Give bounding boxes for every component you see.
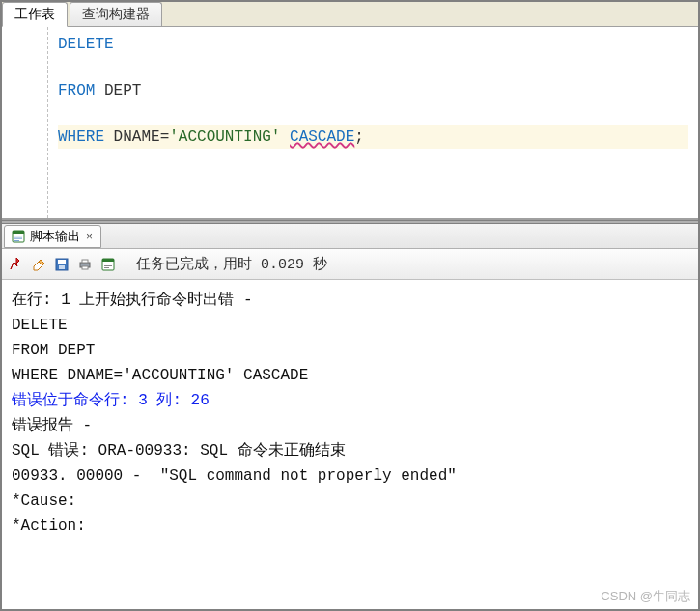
output-line: 错误位于命令行: 3 列: 26 [12, 388, 688, 413]
editor-content[interactable]: DELETE FROM DEPT WHERE DNAME='ACCOUNTING… [48, 27, 698, 218]
output-toolbar: 任务已完成，用时 0.029 秒 [2, 249, 698, 280]
output-line: FROM DEPT [12, 338, 688, 363]
output-line: *Action: [12, 514, 688, 539]
output-line: *Cause: [12, 488, 688, 514]
output-line: SQL 错误: ORA-00933: SQL 命令未正确结束 [12, 438, 688, 463]
svg-rect-14 [104, 265, 112, 266]
code-line: FROM DEPT [58, 79, 688, 102]
svg-rect-2 [14, 236, 22, 236]
output-tab-label: 脚本输出 [30, 228, 80, 245]
output-line: DELETE [12, 313, 688, 338]
editor-tabs: 工作表 查询构建器 [2, 2, 698, 27]
watermark: CSDN @牛同志 [601, 588, 690, 605]
task-status: 任务已完成，用时 0.029 秒 [136, 255, 327, 273]
output-line: 00933. 00000 - "SQL command not properly… [12, 463, 688, 488]
close-icon[interactable]: × [84, 230, 95, 243]
code-line: DELETE [58, 33, 688, 56]
script-output[interactable]: 在行: 1 上开始执行命令时出错 -DELETEFROM DEPTWHERE D… [2, 280, 698, 546]
output-tab[interactable]: 脚本输出 × [4, 225, 101, 248]
svg-rect-3 [14, 237, 22, 238]
editor-gutter [2, 27, 48, 218]
svg-rect-13 [104, 264, 112, 264]
eraser-icon[interactable] [31, 257, 46, 272]
code-line: WHERE DNAME='ACCOUNTING' CASCADE; [58, 125, 688, 149]
output-tabbar: 脚本输出 × [2, 224, 698, 249]
svg-rect-12 [102, 259, 114, 262]
output-line: 在行: 1 上开始执行命令时出错 - [12, 288, 688, 313]
svg-rect-7 [59, 265, 65, 269]
svg-rect-9 [82, 260, 88, 263]
output-line: 错误报告 - [12, 413, 688, 438]
print-icon[interactable] [77, 257, 93, 272]
save-icon[interactable] [54, 257, 70, 272]
svg-rect-1 [13, 231, 24, 234]
svg-rect-6 [58, 260, 66, 264]
sql-editor[interactable]: DELETE FROM DEPT WHERE DNAME='ACCOUNTING… [2, 27, 698, 220]
tab-worksheet[interactable]: 工作表 [2, 2, 68, 27]
sql-text-icon[interactable] [100, 257, 116, 272]
svg-rect-10 [82, 266, 88, 269]
svg-rect-4 [14, 240, 19, 241]
pin-icon[interactable] [8, 257, 23, 272]
toolbar-separator [126, 254, 126, 275]
tab-query-builder[interactable]: 查询构建器 [70, 2, 162, 26]
output-line: WHERE DNAME='ACCOUNTING' CASCADE [12, 363, 688, 388]
script-output-icon [11, 229, 26, 244]
svg-rect-15 [104, 267, 109, 268]
